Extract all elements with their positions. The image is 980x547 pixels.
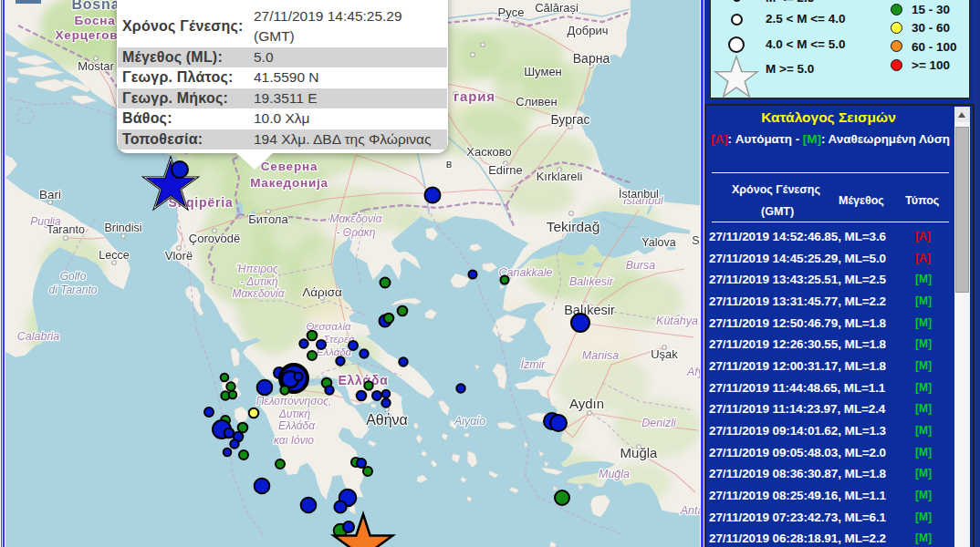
svg-text:Calabria: Calabria	[17, 330, 60, 343]
svg-text:Хасково: Хасково	[466, 145, 511, 159]
svg-text:Balıkesir: Balıkesir	[569, 275, 614, 288]
svg-text:Manisa: Manisa	[582, 349, 619, 362]
svg-text:- Δυτική: - Δυτική	[240, 275, 278, 288]
svg-text:Босна: Босна	[75, 14, 116, 27]
svg-text:Golfo: Golfo	[60, 270, 87, 283]
svg-text:Αιγαίο: Αιγαίο	[454, 415, 485, 428]
svg-text:Bursa: Bursa	[626, 259, 656, 272]
svg-text:- Θράκη: - Θράκη	[336, 226, 375, 239]
svg-text:İstanbul: İstanbul	[619, 188, 659, 201]
svg-text:Kırklareli: Kırklareli	[537, 170, 583, 183]
svg-text:Vlorë: Vlorë	[165, 249, 193, 263]
svg-text:Uşak: Uşak	[651, 347, 678, 361]
svg-text:Mostar: Mostar	[78, 59, 114, 73]
svg-text:Ήπειρος: Ήπειρος	[236, 263, 278, 275]
svg-text:Πελοπόννησος,: Πελοπόννησος,	[256, 395, 332, 408]
svg-text:Călărași: Călărași	[535, 1, 579, 15]
svg-text:Taranto: Taranto	[47, 223, 85, 236]
svg-text:Denizli: Denizli	[641, 417, 677, 429]
svg-text:Ελλάδα: Ελλάδα	[338, 373, 388, 387]
svg-text:Битола: Битола	[248, 212, 288, 226]
svg-text:Македонија: Македонија	[250, 176, 328, 190]
svg-text:Μακεδονία: Μακεδονία	[330, 212, 383, 225]
svg-text:İzmir: İzmir	[520, 358, 546, 371]
svg-text:Lecce: Lecce	[99, 249, 129, 262]
svg-text:Херцегов: Херцегов	[56, 28, 119, 42]
svg-text:Bari: Bari	[39, 188, 61, 201]
svg-text:Λάρισα: Λάρισα	[302, 285, 342, 299]
svg-text:в: в	[446, 158, 453, 170]
svg-text:di Taranto: di Taranto	[49, 284, 98, 296]
svg-text:Αθήνα: Αθήνα	[366, 412, 408, 428]
svg-text:Δυτική: Δυτική	[278, 408, 311, 420]
svg-text:Muğla: Muğla	[599, 468, 630, 480]
svg-text:гария: гария	[454, 88, 495, 104]
svg-text:Русе: Русе	[498, 5, 525, 19]
svg-text:Варна: Варна	[573, 51, 610, 66]
svg-text:Kütahya: Kütahya	[656, 315, 698, 327]
svg-text:Добрич: Добрич	[568, 24, 609, 37]
svg-text:Μακεδονία: Μακεδονία	[233, 287, 286, 300]
svg-text:Edirne: Edirne	[488, 163, 523, 177]
svg-text:Tekirdağ: Tekirdağ	[547, 219, 600, 234]
svg-text:Ελλάδα: Ελλάδα	[278, 419, 316, 432]
svg-text:Yalova: Yalova	[641, 236, 675, 249]
svg-text:Balıkesir: Balıkesir	[564, 303, 615, 317]
svg-text:Muğla: Muğla	[620, 445, 659, 460]
svg-text:Бургас: Бургас	[550, 112, 589, 127]
svg-text:Çorovodë: Çorovodë	[189, 232, 240, 245]
svg-text:Brindisi: Brindisi	[105, 222, 142, 234]
svg-text:Шумен: Шумен	[524, 65, 562, 78]
svg-text:και Ιόνιο: και Ιόνιο	[274, 434, 314, 447]
svg-text:Aydın: Aydın	[569, 396, 604, 411]
svg-text:Сливен: Сливен	[516, 95, 557, 108]
